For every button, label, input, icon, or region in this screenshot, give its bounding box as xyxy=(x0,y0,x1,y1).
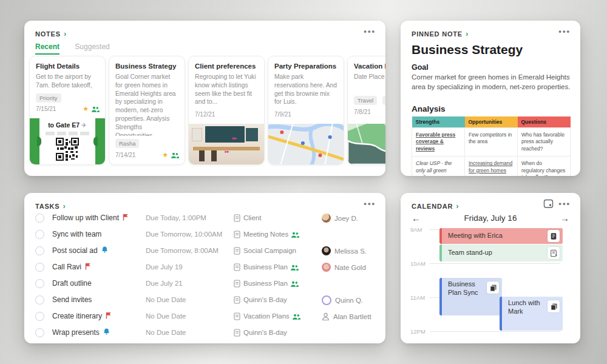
boarding-pass-gate-label: to Gate E7 xyxy=(48,121,80,129)
task-row: Wrap presents No Due Date Quinn's B-day xyxy=(35,325,377,341)
task-due: Due Tomorrow, 8:00AM xyxy=(146,243,219,259)
notes-tabs: Recent Suggested xyxy=(35,42,123,55)
note-card-body: Get to the airport by 7am. Before takeof… xyxy=(36,73,100,90)
copy-icon[interactable] xyxy=(548,300,560,312)
note-icon[interactable] xyxy=(548,230,560,242)
note-icon xyxy=(234,214,240,222)
boarding-pass-attachment: to Gate E7✈ xyxy=(30,118,105,164)
note-add-icon[interactable] xyxy=(548,247,560,259)
event-lunch-with-mark[interactable]: Lunch with Mark xyxy=(500,297,563,331)
notes-panel-title[interactable]: NOTES› xyxy=(35,29,67,38)
shared-people-icon xyxy=(293,314,300,320)
analysis-heading: Analysis xyxy=(412,104,446,113)
task-assignee[interactable]: Joey D. xyxy=(322,210,358,226)
copy-icon[interactable] xyxy=(487,281,499,294)
time-label: 9AM xyxy=(410,226,422,233)
note-card-client-preferences[interactable]: Client preferences Regrouping to let Yuk… xyxy=(188,56,265,165)
table-cell: Clear USP - the only all green realtor xyxy=(412,157,465,176)
event-title: Team stand-up xyxy=(448,249,546,257)
note-card-title: Business Strategy xyxy=(115,62,180,70)
task-note-link[interactable]: Social Campaign xyxy=(234,243,296,259)
task-row: Call Ravi Due July 19 Business Plan Nate… xyxy=(35,259,377,275)
task-note-link[interactable]: Client xyxy=(234,210,261,226)
event-team-stand-up[interactable]: Team stand-up xyxy=(439,244,563,261)
calendar-menu-button[interactable]: ••• xyxy=(558,199,571,208)
note-icon xyxy=(234,263,240,271)
task-note-link[interactable]: Vacation Plans xyxy=(234,308,300,325)
task-checkbox[interactable] xyxy=(35,295,44,305)
calendar-panel-title[interactable]: CALENDAR› xyxy=(412,201,459,211)
note-card-body: Make park reservations here. And get thi… xyxy=(274,73,338,108)
event-meeting-with-erica[interactable]: Meeting with Erica xyxy=(439,228,563,244)
task-checkbox[interactable] xyxy=(35,263,44,272)
person-icon xyxy=(322,312,330,321)
tab-suggested[interactable]: Suggested xyxy=(75,42,109,53)
task-checkbox[interactable] xyxy=(35,328,44,337)
notes-menu-button[interactable]: ••• xyxy=(364,27,376,36)
task-checkbox[interactable] xyxy=(35,279,44,288)
pinned-menu-button[interactable]: ••• xyxy=(558,27,571,36)
tasks-panel-title[interactable]: TASKS› xyxy=(35,201,66,211)
note-card-title: Client preferences xyxy=(195,62,259,70)
next-day-button[interactable]: → xyxy=(560,212,569,224)
shared-people-icon xyxy=(92,106,100,112)
task-assignee[interactable]: Alan Bartlett xyxy=(322,308,371,325)
coast-map-attachment xyxy=(348,124,385,164)
task-due: Due July 21 xyxy=(146,275,183,292)
note-card-body: Regrouping to let Yuki know which listin… xyxy=(195,73,259,108)
today-calendar-icon[interactable] xyxy=(543,198,554,209)
bell-icon xyxy=(101,246,108,254)
task-due: No Due Date xyxy=(146,292,186,308)
boarding-pass-info-strip xyxy=(46,132,89,135)
column-header-strengths: Strengths xyxy=(412,116,465,128)
task-assignee[interactable]: Quinn Q. xyxy=(322,292,363,308)
task-checkbox[interactable] xyxy=(35,312,44,321)
chevron-right-icon: › xyxy=(63,201,66,211)
photo-annotation: ▸▸ xyxy=(225,149,229,154)
avatar xyxy=(322,263,331,272)
task-note-link[interactable]: Meeting Notes xyxy=(234,226,299,243)
tasks-menu-button[interactable]: ••• xyxy=(364,199,376,208)
task-due: No Due Date xyxy=(146,325,186,341)
calendar-panel: CALENDAR› ••• ← Friday, July 16 → 9AM 10… xyxy=(401,193,580,343)
shared-people-icon xyxy=(291,232,299,238)
note-card-business-strategy[interactable]: Business Strategy Goal Corner market for… xyxy=(109,56,185,165)
table-cell: Few competitors in the area xyxy=(465,128,518,157)
task-checkbox[interactable] xyxy=(35,214,44,223)
note-card-date: 7/12/21 xyxy=(195,111,215,118)
pass-notch xyxy=(93,136,98,146)
task-title: Sync with team xyxy=(52,226,101,243)
note-card-flight-details[interactable]: Flight Details Get to the airport by 7am… xyxy=(29,56,106,165)
task-note-link[interactable]: Business Plan xyxy=(234,259,299,275)
note-card-party-preparations[interactable]: Party Preparations Make park reservation… xyxy=(268,56,344,165)
task-title: Send invites xyxy=(52,292,92,308)
task-note-link[interactable]: Business Plan xyxy=(234,275,299,292)
table-cell: Who has favorable press actually reached… xyxy=(518,128,571,157)
map-attachment xyxy=(268,124,344,164)
task-row: Sync with team Due Tomorrow, 10:00AM Mee… xyxy=(35,226,377,243)
pinned-note-panel-title[interactable]: PINNED NOTE› xyxy=(412,29,469,38)
task-assignee[interactable]: Nate Gold xyxy=(322,259,366,275)
task-due: No Due Date xyxy=(146,308,186,325)
task-note-link[interactable]: Quinn's B-day xyxy=(234,325,287,341)
note-icon xyxy=(234,280,240,288)
task-row: Follow up with Client Due Today, 1:00PM … xyxy=(35,210,377,226)
table-cell: When do regulatory changes take effect? xyxy=(518,157,571,176)
event-business-plan-sync[interactable]: Business Plan Sync xyxy=(439,278,502,315)
table-cell: Favorable press coverage & reviews xyxy=(412,128,465,157)
task-checkbox[interactable] xyxy=(35,246,44,255)
tasks-title-text: TASKS xyxy=(35,203,59,210)
notes-panel: NOTES› ••• Recent Suggested Flight Detai… xyxy=(24,21,385,176)
task-title: Draft outline xyxy=(52,275,92,292)
time-label: 12PM xyxy=(410,328,426,335)
note-icon xyxy=(234,296,240,304)
task-note-link[interactable]: Quinn's B-day xyxy=(234,292,287,308)
task-assignee[interactable]: Melissa S. xyxy=(322,243,367,259)
tab-recent[interactable]: Recent xyxy=(35,42,59,55)
task-due: Due Tomorrow, 10:00AM xyxy=(146,226,222,243)
note-card-vacation-itinerary[interactable]: Vacation Itinerary Date Place Activities… xyxy=(347,56,385,165)
goal-heading: Goal xyxy=(412,63,429,72)
task-checkbox[interactable] xyxy=(35,230,44,239)
note-card-body: Date Place Activities 5/ xyxy=(354,73,385,91)
task-row: Draft outline Due July 21 Business Plan xyxy=(35,275,377,292)
